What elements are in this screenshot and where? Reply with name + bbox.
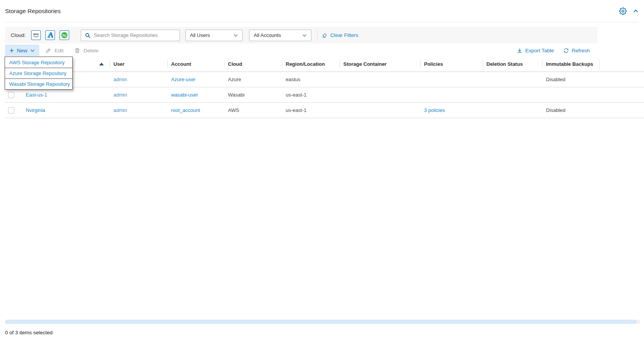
repository-name-link[interactable]: Nvirginia	[26, 107, 45, 113]
pencil-icon	[45, 47, 52, 53]
new-button-label: New	[17, 48, 27, 53]
accounts-filter-value: All Accounts	[254, 32, 281, 38]
chevron-down-icon	[233, 33, 238, 38]
policies-link[interactable]: 3 policies	[424, 107, 445, 113]
edit-button-label: Edit	[55, 48, 63, 53]
chevron-down-icon	[302, 33, 307, 38]
table-toolbar: New Edit	[5, 45, 597, 56]
cell-deletion-status	[483, 87, 542, 102]
table-row[interactable]: Nvirginia admin root_account AWS us-east…	[5, 103, 644, 118]
accounts-filter-select[interactable]: All Accounts	[249, 30, 311, 41]
clear-filters-button[interactable]: Clear Filters	[321, 32, 358, 38]
search-box	[81, 30, 180, 41]
horizontal-scrollbar-track[interactable]	[5, 320, 641, 324]
cell-storage-container	[339, 87, 420, 102]
table-row[interactable]: admin Azure-user Azure eastus Disabled	[5, 72, 644, 87]
repository-name-link[interactable]: East-us-1	[26, 92, 47, 98]
trash-icon	[74, 47, 80, 53]
menu-item-aws-storage-repository[interactable]: AWS Storage Repository	[5, 57, 72, 68]
filter-bar: Cloud: aws	[5, 27, 597, 43]
collapse-panel-chevron-up-icon[interactable]	[633, 8, 639, 14]
refresh-label: Refresh	[572, 48, 590, 53]
aws-logo-icon: aws	[32, 31, 40, 39]
cell-immutable-backups: Disabled	[542, 103, 599, 118]
account-link[interactable]: Azure-user	[171, 77, 196, 82]
header-account[interactable]: Account	[167, 56, 224, 72]
cell-cloud: Azure	[224, 72, 282, 87]
plus-icon	[9, 48, 14, 53]
delete-button-label: Delete	[83, 48, 98, 53]
cloud-filter-wasabi-button[interactable]	[60, 30, 69, 40]
cell-policies	[420, 72, 483, 87]
row-checkbox[interactable]	[8, 107, 14, 113]
cell-region: us-east-1	[282, 87, 339, 102]
cell-filler	[599, 87, 644, 102]
menu-item-azure-storage-repository[interactable]: Azure Storage Repository	[5, 68, 72, 78]
cell-storage-container	[339, 72, 420, 87]
cell-cloud: Wasabi	[224, 87, 282, 102]
cell-immutable-backups	[542, 87, 599, 102]
cloud-filter-aws-button[interactable]: aws	[31, 30, 41, 40]
refresh-button[interactable]: Refresh	[563, 48, 590, 53]
edit-button[interactable]: Edit	[45, 47, 63, 53]
chevron-down-icon	[30, 48, 35, 53]
search-input[interactable]	[94, 32, 176, 38]
users-filter-value: All Users	[190, 32, 210, 38]
row-checkbox[interactable]	[8, 92, 14, 98]
cell-immutable-backups: Disabled	[542, 72, 599, 87]
storage-repositories-page: Storage Repositories Cloud: aws	[0, 0, 644, 342]
clear-filters-label: Clear Filters	[330, 32, 358, 38]
page-header: Storage Repositories	[5, 0, 639, 22]
cell-deletion-status	[483, 72, 542, 87]
selection-status: 0 of 3 items selected	[5, 330, 53, 335]
table-row[interactable]: East-us-1 admin wasabi-user Wasabi us-ea…	[5, 87, 644, 103]
svg-text:aws: aws	[33, 32, 39, 36]
delete-button[interactable]: Delete	[74, 47, 98, 53]
header-immutable-backups[interactable]: Immutable Backups	[542, 56, 599, 72]
header-filler	[599, 56, 644, 72]
toolbar-right: Export Table Refresh	[517, 48, 590, 53]
header-actions	[619, 7, 639, 15]
menu-item-wasabi-storage-repository[interactable]: Wasabi Storage Repository	[5, 78, 72, 89]
cell-region: us-east-1	[282, 103, 339, 118]
cloud-filter-azure-button[interactable]	[45, 30, 55, 40]
export-table-button[interactable]: Export Table	[517, 48, 554, 53]
export-table-label: Export Table	[525, 48, 554, 53]
cell-storage-container	[339, 103, 420, 118]
cell-deletion-status	[483, 103, 542, 118]
settings-gear-icon[interactable]	[619, 7, 627, 15]
refresh-icon	[563, 48, 569, 53]
cell-filler	[599, 72, 644, 87]
cell-cloud: AWS	[224, 103, 282, 118]
new-repository-menu: AWS Storage Repository Azure Storage Rep…	[5, 57, 73, 90]
header-cloud[interactable]: Cloud	[224, 56, 282, 72]
eraser-icon	[321, 32, 328, 38]
azure-logo-icon	[46, 31, 54, 39]
new-repository-button[interactable]: New	[5, 45, 39, 56]
search-icon	[85, 32, 91, 38]
table-header-row: User Account Cloud Region/Location Stora…	[5, 56, 644, 72]
header-user[interactable]: User	[110, 56, 167, 72]
cloud-filter-label: Cloud:	[11, 32, 26, 38]
cell-region: eastus	[282, 72, 339, 87]
user-link[interactable]: admin	[113, 77, 127, 82]
repositories-table: User Account Cloud Region/Location Stora…	[5, 56, 644, 118]
cell-filler	[599, 103, 644, 118]
filter-divider	[317, 30, 318, 41]
header-policies[interactable]: Policies	[420, 56, 483, 72]
users-filter-select[interactable]: All Users	[185, 30, 243, 41]
page-title: Storage Repositories	[5, 8, 61, 15]
download-icon	[517, 48, 523, 53]
user-link[interactable]: admin	[113, 107, 127, 113]
toolbar-left: New Edit	[5, 45, 98, 56]
header-region[interactable]: Region/Location	[282, 56, 339, 72]
account-link[interactable]: root_account	[171, 107, 200, 113]
horizontal-scrollbar-thumb[interactable]	[5, 320, 637, 324]
account-link[interactable]: wasabi-user	[171, 92, 198, 98]
header-storage-container[interactable]: Storage Container	[339, 56, 420, 72]
header-deletion-status[interactable]: Deletion Status	[483, 56, 542, 72]
cell-policies	[420, 87, 483, 102]
wasabi-logo-icon	[60, 31, 68, 39]
user-link[interactable]: admin	[113, 92, 127, 98]
sort-ascending-icon	[99, 63, 104, 65]
